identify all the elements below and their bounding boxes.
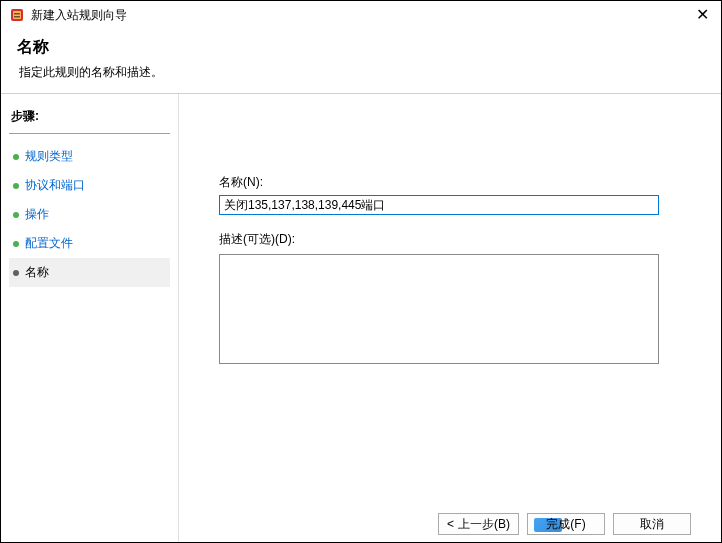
desc-label: 描述(可选)(D):: [219, 231, 691, 248]
titlebar: 新建入站规则向导 ✕: [1, 1, 721, 29]
svg-rect-3: [14, 16, 20, 18]
sidebar-title: 步骤:: [9, 104, 170, 129]
bullet-icon: [13, 154, 19, 160]
back-button[interactable]: 上一步(B): [438, 513, 519, 535]
svg-rect-2: [14, 13, 20, 15]
step-label: 操作: [25, 206, 49, 223]
button-row: 上一步(B) 完成(F) 取消: [438, 513, 691, 535]
content: 步骤: 规则类型 协议和端口 操作 配置文件 名称 名称(N): 描述(可选): [1, 94, 721, 543]
cancel-button-label: 取消: [640, 516, 664, 533]
sidebar-item-rule-type[interactable]: 规则类型: [9, 142, 170, 171]
step-label: 配置文件: [25, 235, 73, 252]
desc-field-group: 描述(可选)(D):: [219, 231, 691, 367]
bullet-icon: [13, 212, 19, 218]
sidebar: 步骤: 规则类型 协议和端口 操作 配置文件 名称: [1, 94, 179, 543]
sidebar-item-profile[interactable]: 配置文件: [9, 229, 170, 258]
sidebar-item-protocol-port[interactable]: 协议和端口: [9, 171, 170, 200]
back-button-label: 上一步(B): [458, 516, 510, 533]
sidebar-item-action[interactable]: 操作: [9, 200, 170, 229]
window-title: 新建入站规则向导: [31, 7, 127, 24]
bullet-icon: [13, 183, 19, 189]
name-input[interactable]: [219, 195, 659, 215]
sidebar-divider: [9, 133, 170, 134]
bullet-icon: [13, 241, 19, 247]
name-field-group: 名称(N):: [219, 174, 691, 215]
app-icon: [9, 7, 25, 23]
header: 名称 指定此规则的名称和描述。: [1, 29, 721, 93]
close-icon[interactable]: ✕: [692, 7, 713, 23]
name-label: 名称(N):: [219, 174, 691, 191]
page-title: 名称: [17, 37, 705, 58]
desc-textarea[interactable]: [219, 254, 659, 364]
cancel-button[interactable]: 取消: [613, 513, 691, 535]
finish-button-label: 完成(F): [546, 516, 585, 533]
sidebar-item-name[interactable]: 名称: [9, 258, 170, 287]
bullet-icon: [13, 270, 19, 276]
page-description: 指定此规则的名称和描述。: [17, 64, 705, 81]
main-panel: 名称(N): 描述(可选)(D): 上一步(B) 完成(F) 取消: [179, 94, 721, 543]
titlebar-left: 新建入站规则向导: [9, 7, 127, 24]
step-label: 协议和端口: [25, 177, 85, 194]
step-label: 规则类型: [25, 148, 73, 165]
finish-button[interactable]: 完成(F): [527, 513, 605, 535]
step-label: 名称: [25, 264, 49, 281]
svg-rect-1: [13, 11, 21, 19]
